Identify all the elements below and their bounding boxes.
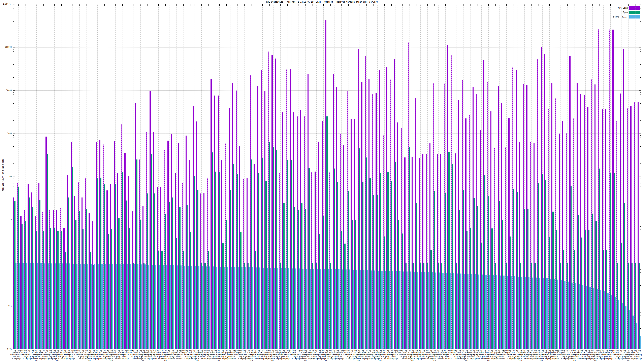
x-tick-top <box>452 4 453 6</box>
y-axis-tick-labels: 1x10^{6}1000001000010001001010.10.01 <box>0 0 12 362</box>
y-minor-tick-left <box>13 103 14 104</box>
x-tick-top <box>115 4 116 6</box>
legend-label-spam: Spam <box>623 11 628 13</box>
x-gridline-overlay <box>494 148 495 349</box>
y-minor-tick-left <box>13 143 14 143</box>
x-gridline-overlay <box>279 173 280 349</box>
x-gridline-overlay <box>592 79 592 349</box>
bar-score <box>593 288 594 349</box>
y-minor-tick-right <box>640 120 641 121</box>
bar-score <box>206 267 207 349</box>
y-minor-tick-left <box>13 100 14 100</box>
x-gridline-overlay <box>222 160 222 349</box>
x-tick-top <box>72 4 72 6</box>
y-minor-tick-left <box>13 163 14 164</box>
x-tick-top <box>632 4 632 6</box>
bar-score <box>270 268 271 349</box>
bar-score <box>349 270 350 349</box>
x-gridline-overlay <box>423 154 423 349</box>
x-tick-top <box>176 4 176 6</box>
bar-score <box>557 280 558 349</box>
bar-score <box>263 268 264 349</box>
x-tick-top <box>166 4 166 6</box>
x-tick-top <box>345 4 345 6</box>
bar-score <box>607 293 608 349</box>
x-tick-top <box>183 4 184 6</box>
x-tick-top <box>356 4 356 6</box>
bar-score <box>371 271 372 349</box>
x-gridline-overlay <box>390 79 391 349</box>
x-gridline-overlay <box>416 98 416 349</box>
bar-score <box>48 264 49 349</box>
x-tick-top <box>244 4 244 6</box>
x-gridline-overlay <box>92 221 93 349</box>
bar-score <box>471 274 472 349</box>
y-minor-tick-right <box>640 49 641 49</box>
y-minor-tick-left <box>13 151 14 151</box>
x-gridline-overlay <box>401 128 402 349</box>
x-tick-top <box>334 4 334 6</box>
x-tick-top <box>194 4 194 6</box>
x-gridline-overlay <box>111 184 111 349</box>
x-gridline-overlay <box>372 94 373 349</box>
y-minor-tick-right <box>640 21 641 21</box>
bar-score <box>435 273 436 349</box>
y-minor-tick-right <box>640 270 641 270</box>
x-tick-top <box>449 4 449 6</box>
x-tick-top <box>625 4 625 6</box>
x-tick-top <box>499 4 499 6</box>
x-gridline-overlay <box>104 144 104 349</box>
x-tick-top <box>104 4 105 6</box>
bar-score <box>614 297 616 349</box>
x-gridline-overlay <box>208 178 208 349</box>
bar-score <box>399 271 400 349</box>
x-tick-top <box>54 4 54 6</box>
x-gridline-overlay <box>14 198 14 349</box>
y-minor-tick-right <box>640 135 641 136</box>
x-tick-top <box>94 4 94 6</box>
x-tick-top <box>248 4 248 6</box>
bar-score <box>331 269 332 349</box>
legend-swatch-not-spam <box>629 6 640 10</box>
x-tick-top <box>474 4 474 6</box>
x-tick-top <box>133 4 134 6</box>
bar-score <box>256 268 257 349</box>
bar-score <box>58 264 60 349</box>
x-gridline-overlay <box>624 49 624 349</box>
x-tick-top <box>388 4 388 6</box>
x-tick-top <box>112 4 112 6</box>
bar-score <box>439 273 440 349</box>
bar-score <box>313 269 314 349</box>
x-gridline-overlay <box>190 160 190 349</box>
y-minor-tick-right <box>640 146 641 147</box>
bar-score <box>550 279 551 349</box>
bar-score <box>299 269 300 349</box>
bar-score <box>328 269 329 349</box>
x-tick-top <box>582 4 582 6</box>
bar-score <box>116 264 117 349</box>
x-gridline-overlay <box>312 172 312 349</box>
x-tick-top <box>259 4 259 6</box>
y-minor-tick-right <box>640 308 641 308</box>
x-gridline-overlay <box>211 79 211 349</box>
x-tick-top <box>122 4 122 6</box>
bar-score <box>464 274 465 349</box>
bar-score <box>155 265 156 349</box>
y-major-tick-left <box>13 47 15 47</box>
y-minor-tick-right <box>640 92 641 92</box>
x-tick-top <box>395 4 395 6</box>
bar-score <box>432 272 433 349</box>
x-gridline-overlay <box>154 132 154 349</box>
y-minor-tick-right <box>640 163 641 164</box>
y-tick-label: 100 <box>8 176 12 178</box>
x-gridline-overlay <box>412 157 412 349</box>
x-tick-top <box>58 4 58 6</box>
x-tick-top <box>503 4 503 6</box>
bar-score <box>385 271 386 349</box>
bar-score <box>44 264 45 349</box>
bar-score <box>352 270 354 349</box>
x-tick-top <box>306 4 306 6</box>
x-tick-top <box>280 4 280 6</box>
x-tick-top <box>478 4 478 6</box>
y-minor-tick-right <box>640 151 641 151</box>
